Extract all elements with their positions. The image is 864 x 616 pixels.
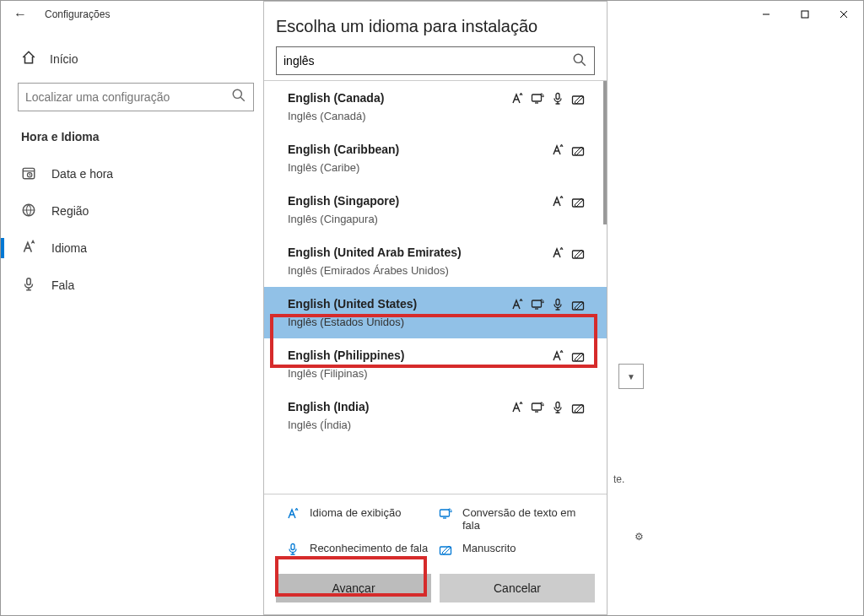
nav-label: Fala — [51, 278, 74, 292]
language-local-name: Inglês (Estados Unidos) — [288, 316, 583, 328]
window-title: Configurações — [40, 8, 110, 20]
language-search[interactable] — [276, 46, 595, 75]
cancel-button[interactable]: Cancelar — [440, 574, 595, 602]
language-option[interactable]: English (Philippines)Inglês (Filipinas) — [264, 338, 607, 390]
language-local-name: Inglês (Índia) — [288, 419, 583, 431]
back-button[interactable]: ← — [1, 7, 40, 22]
close-button[interactable] — [824, 1, 863, 28]
language-english-name: English (Philippines) — [288, 349, 583, 362]
display-icon — [510, 92, 524, 105]
nav-label: Região — [51, 204, 89, 218]
nav-item-speech[interactable]: Fala — [18, 267, 254, 304]
nav-item-region[interactable]: Região — [18, 192, 254, 230]
language-english-name: English (Singapore) — [288, 194, 583, 208]
language-install-dialog: Escolha um idioma para instalação Englis… — [263, 1, 608, 615]
display-icon — [551, 143, 564, 157]
language-capabilities — [551, 246, 585, 260]
mic-icon — [286, 543, 301, 559]
ink-icon — [571, 195, 585, 208]
legend-ink: Manuscrito — [439, 542, 585, 559]
language-local-name: Inglês (Filipinas) — [288, 367, 583, 380]
scrollbar[interactable] — [603, 81, 607, 494]
globe-icon — [21, 203, 36, 220]
background-text-fragment: te. — [613, 473, 624, 485]
display-icon — [551, 349, 564, 363]
nav-item-datetime[interactable]: Data e hora — [18, 155, 254, 192]
home-label: Início — [50, 52, 78, 66]
mic-icon — [21, 277, 36, 294]
nav-label: Idioma — [51, 241, 87, 255]
ink-icon — [571, 92, 585, 105]
language-english-name: English (Caribbean) — [288, 143, 583, 156]
legend-speech: Reconhecimento de fala — [286, 542, 432, 559]
ink-icon — [571, 246, 585, 260]
nav-label: Data e hora — [51, 167, 113, 181]
minimize-button[interactable] — [747, 1, 786, 28]
language-list[interactable]: English (Canada)Inglês (Canadá)English (… — [264, 81, 607, 494]
tts-icon — [439, 507, 454, 523]
dialog-title: Escolha um idioma para instalação — [276, 17, 595, 36]
dialog-footer: Avançar Cancelar — [264, 565, 607, 614]
language-option[interactable]: English (India)Inglês (Índia) — [264, 390, 607, 441]
search-icon — [572, 52, 587, 70]
background-dropdown[interactable]: ▼ — [618, 364, 644, 389]
language-icon — [21, 240, 36, 257]
ink-icon — [571, 298, 585, 311]
settings-search[interactable] — [18, 83, 254, 111]
tts-icon — [531, 92, 544, 105]
language-local-name: Inglês (Caribe) — [288, 161, 583, 174]
display-icon — [510, 298, 524, 311]
language-option[interactable]: English (Singapore)Inglês (Cingapura) — [264, 184, 607, 235]
language-option[interactable]: English (United States)Inglês (Estados U… — [264, 287, 607, 338]
scrollbar-thumb[interactable] — [603, 81, 607, 224]
section-heading: Hora e Idioma — [18, 111, 254, 155]
search-icon — [231, 88, 246, 106]
ink-icon — [439, 543, 454, 559]
ink-icon — [571, 401, 585, 414]
language-capabilities — [551, 349, 585, 363]
display-icon — [551, 195, 564, 208]
tts-icon — [531, 298, 544, 311]
legend-tts: Conversão de texto em fala — [439, 506, 585, 532]
language-english-name: English (United Arab Emirates) — [288, 246, 583, 259]
legend-display: Idioma de exibição — [286, 506, 432, 532]
maximize-button[interactable] — [786, 1, 824, 28]
language-option[interactable]: English (Caribbean)Inglês (Caribe) — [264, 132, 607, 184]
language-local-name: Inglês (Cingapura) — [288, 213, 583, 225]
language-capabilities — [551, 143, 585, 157]
display-icon — [510, 401, 524, 414]
language-local-name: Inglês (Canadá) — [288, 110, 583, 122]
speech-icon — [551, 92, 564, 105]
language-capabilities — [551, 195, 585, 208]
language-search-input[interactable] — [284, 54, 572, 68]
language-option[interactable]: English (United Arab Emirates)Inglês (Em… — [264, 235, 607, 287]
tts-icon — [531, 401, 544, 414]
speech-icon — [551, 401, 564, 414]
ink-icon — [571, 349, 585, 363]
language-list-container: English (Canada)Inglês (Canadá)English (… — [264, 80, 607, 494]
sidebar: Início Hora e Idioma Data e hora Região … — [1, 30, 271, 304]
settings-search-input[interactable] — [25, 90, 231, 104]
capabilities-legend: Idioma de exibição Conversão de texto em… — [264, 494, 607, 565]
home-link[interactable]: Início — [18, 30, 254, 83]
display-icon — [286, 507, 301, 523]
display-icon — [551, 246, 564, 260]
nav-item-language[interactable]: Idioma — [18, 230, 254, 267]
language-capabilities — [510, 298, 585, 311]
background-gear-icon: ⚙ — [634, 531, 644, 543]
speech-icon — [551, 298, 564, 311]
language-option[interactable]: English (Canada)Inglês (Canadá) — [264, 81, 607, 132]
clock-icon — [21, 165, 36, 183]
language-local-name: Inglês (Emirados Árabes Unidos) — [288, 264, 583, 277]
svg-rect-7 — [802, 11, 808, 18]
language-capabilities — [510, 92, 585, 105]
language-capabilities — [510, 401, 585, 414]
ink-icon — [571, 143, 585, 157]
home-icon — [21, 50, 36, 68]
next-button[interactable]: Avançar — [276, 574, 431, 602]
